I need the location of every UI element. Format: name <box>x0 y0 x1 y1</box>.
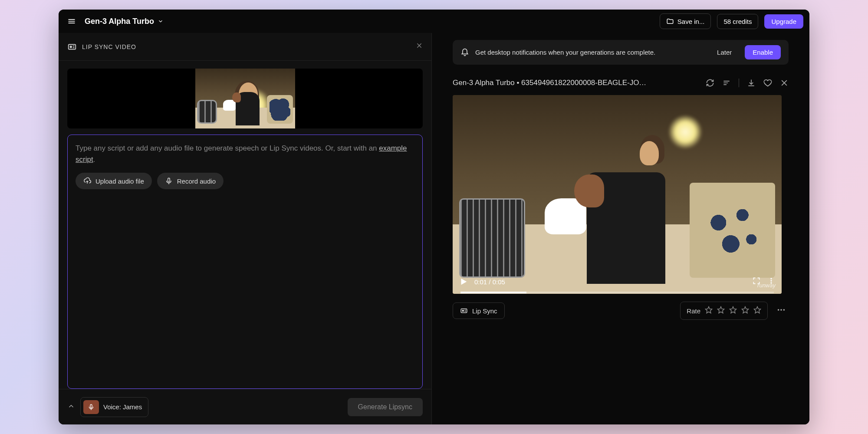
svg-marker-27 <box>718 307 724 313</box>
left-panel: LIP SYNC VIDEO <box>59 33 432 424</box>
details-button[interactable] <box>722 79 731 87</box>
upgrade-button[interactable]: Upgrade <box>764 14 803 29</box>
rate-label: Rate <box>687 307 700 315</box>
microphone-icon <box>165 177 173 185</box>
svg-rect-9 <box>168 178 170 182</box>
divider <box>739 79 739 87</box>
generation-title: Gen-3 Alpha Turbo • 635494961822000008-B… <box>453 79 646 87</box>
notification-bar: Get desktop notifications when your gene… <box>453 40 789 65</box>
svg-point-23 <box>462 310 464 312</box>
voice-selector[interactable]: Voice: James <box>80 397 148 417</box>
lipsync-action-button[interactable]: Lip Sync <box>453 302 505 319</box>
audio-buttons: Upload audio file Record audio <box>76 173 414 189</box>
star-2[interactable] <box>717 306 725 316</box>
bottom-bar: Voice: James Generate Lipsync <box>59 389 431 424</box>
model-name: Gen-3 Alpha Turbo <box>85 17 154 26</box>
video-controls: 0:01 / 0:05 <box>453 270 782 294</box>
source-video-thumbnail[interactable] <box>67 69 423 128</box>
more-options-button[interactable] <box>774 305 789 316</box>
progress-fill <box>460 292 526 293</box>
time-display: 0:01 / 0:05 <box>474 278 505 286</box>
generation-header: Gen-3 Alpha Turbo • 635494961822000008-B… <box>453 79 789 87</box>
svg-point-19 <box>770 278 772 279</box>
close-generation-button[interactable] <box>780 79 789 87</box>
regenerate-button[interactable] <box>706 79 714 87</box>
svg-point-20 <box>770 280 772 281</box>
play-button[interactable] <box>459 277 468 286</box>
svg-point-4 <box>70 46 72 48</box>
progress-bar[interactable] <box>460 292 774 293</box>
star-5[interactable] <box>753 306 761 316</box>
video-footer: Lip Sync Rate <box>453 302 789 320</box>
svg-point-32 <box>780 309 782 311</box>
main-content: LIP SYNC VIDEO <box>59 33 809 424</box>
later-button[interactable]: Later <box>710 45 739 59</box>
panel-header: LIP SYNC VIDEO <box>59 33 431 61</box>
notification-text: Get desktop notifications when your gene… <box>475 49 655 56</box>
bell-icon <box>460 48 469 57</box>
star-1[interactable] <box>705 306 713 316</box>
save-label: Save in... <box>677 18 705 25</box>
star-3[interactable] <box>729 306 737 316</box>
hamburger-menu-button[interactable] <box>65 14 79 28</box>
script-placeholder: Type any script or add any audio file to… <box>76 143 414 165</box>
model-selector[interactable]: Gen-3 Alpha Turbo <box>85 17 164 26</box>
svg-marker-30 <box>754 307 761 313</box>
generate-lipsync-button[interactable]: Generate Lipsync <box>348 398 423 416</box>
top-bar: Gen-3 Alpha Turbo Save in... 58 credits … <box>59 10 809 33</box>
favorite-button[interactable] <box>763 79 772 87</box>
right-panel: Get desktop notifications when your gene… <box>432 33 809 424</box>
rate-box: Rate <box>680 302 768 320</box>
svg-marker-29 <box>742 307 749 313</box>
watermark: runway <box>757 282 776 289</box>
enable-button[interactable]: Enable <box>745 45 781 59</box>
chevron-down-icon <box>158 18 164 24</box>
close-panel-button[interactable] <box>416 42 423 51</box>
svg-marker-28 <box>730 307 736 313</box>
svg-point-31 <box>778 309 779 311</box>
svg-marker-18 <box>461 279 467 285</box>
record-audio-button[interactable]: Record audio <box>157 173 224 189</box>
star-4[interactable] <box>741 306 749 316</box>
svg-point-33 <box>783 309 785 311</box>
generation-actions <box>706 79 789 87</box>
upload-audio-button[interactable]: Upload audio file <box>76 173 152 189</box>
upload-icon <box>83 177 91 185</box>
voice-label: Voice: James <box>103 403 142 411</box>
panel-title: LIP SYNC VIDEO <box>82 43 136 50</box>
expand-voice-button[interactable] <box>67 402 75 412</box>
script-input-area[interactable]: Type any script or add any audio file to… <box>67 135 423 389</box>
svg-marker-26 <box>706 307 712 313</box>
download-button[interactable] <box>747 79 756 87</box>
svg-rect-11 <box>90 404 92 408</box>
video-player[interactable]: 0:01 / 0:05 runway <box>453 95 782 294</box>
lipsync-icon <box>67 42 77 52</box>
credits-display[interactable]: 58 credits <box>717 14 758 29</box>
app-window: Gen-3 Alpha Turbo Save in... 58 credits … <box>59 10 809 424</box>
lipsync-small-icon <box>460 307 468 315</box>
save-in-button[interactable]: Save in... <box>660 13 711 29</box>
folder-icon <box>666 17 674 25</box>
voice-avatar-icon <box>83 400 99 414</box>
